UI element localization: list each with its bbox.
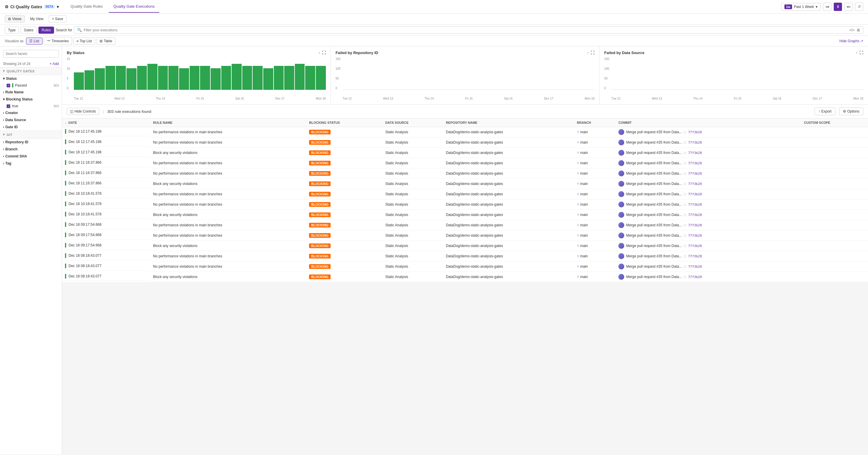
passed-checkbox[interactable]: ✓ (6, 84, 10, 87)
sidebar-item-creator[interactable]: › Creator (0, 109, 62, 116)
branch-cell: ⑂ main (577, 161, 613, 165)
quality-gates-section-header[interactable]: ▾ QUALITY GATES (0, 67, 62, 75)
commit-sha: 77f3b28 (688, 182, 702, 186)
nav-tabs: Quality Gate Rules Quality Gate Executio… (66, 1, 159, 13)
tab-quality-gate-rules[interactable]: Quality Gate Rules (66, 1, 107, 13)
col-repository-name[interactable]: REPOSITORY NAME (443, 119, 574, 127)
timeseries-icon: 〜 (47, 38, 51, 43)
viz-table-button[interactable]: ⊞ Table (96, 37, 116, 44)
row-status-indicator (65, 202, 66, 206)
nav-prev-button[interactable]: ⏮ (823, 3, 831, 11)
chart-expand-icon[interactable]: ⛶ (591, 51, 594, 55)
code-view-icon[interactable]: </> (849, 28, 855, 32)
col-rule-name[interactable]: RULE NAME (150, 119, 306, 127)
table-row[interactable]: Dec 18 10:18:41.578 No performance viola… (62, 189, 868, 200)
nav-refresh-button[interactable]: ↺ (855, 3, 863, 11)
cell-data-source: Static Analysis (382, 231, 443, 241)
cell-data-source: Static Analysis (382, 158, 443, 169)
cell-date: Dec 18 11:16:37.866 (62, 158, 150, 167)
viz-list-button[interactable]: ☰ List (26, 37, 42, 44)
col-branch[interactable]: BRANCH (574, 119, 616, 127)
expand-icon[interactable]: ⊞ (857, 28, 860, 32)
cell-date: Dec 18 12:17:45.198 (62, 127, 150, 136)
cell-date: Dec 18 08:18:43.077 (62, 262, 150, 271)
table-row[interactable]: Dec 18 12:17:45.198 No performance viola… (62, 127, 868, 138)
cell-custom-scope (801, 262, 868, 272)
table-row[interactable]: Dec 18 10:18:41.578 No performance viola… (62, 200, 868, 210)
table-row[interactable]: Dec 18 12:17:45.198 No performance viola… (62, 138, 868, 148)
cell-custom-scope (801, 169, 868, 179)
table-row[interactable]: Dec 18 08:18:43.077 No performance viola… (62, 262, 868, 272)
chart-expand-icon[interactable]: ⛶ (322, 51, 326, 55)
table-row[interactable]: Dec 18 11:16:37.866 No performance viola… (62, 169, 868, 179)
type-filter-button[interactable]: Type (5, 27, 19, 34)
sidebar-item-blocking-status[interactable]: ▾ Blocking Status (0, 96, 62, 103)
cell-date: Dec 18 09:17:54.668 (62, 220, 150, 229)
options-button[interactable]: ⚙ Options (839, 108, 863, 115)
table-row[interactable]: Dec 18 11:16:37.866 Block any security v… (62, 179, 868, 189)
cell-blocking-status: BLOCKING (306, 231, 382, 241)
gates-filter-button[interactable]: Gates (21, 27, 37, 34)
cell-blocking-status: BLOCKING (306, 158, 382, 169)
table-body: Dec 18 12:17:45.198 No performance viola… (62, 127, 868, 282)
col-data-source[interactable]: DATA SOURCE (382, 119, 443, 127)
hide-graphs-button[interactable]: Hide Graphs ↗ (839, 39, 863, 43)
table-row[interactable]: Dec 18 09:17:54.668 No performance viola… (62, 220, 868, 231)
cell-commit: Merge pull request #35 from Data... ⬡ 77… (615, 189, 801, 200)
cell-rule-name: No performance violations in main branch… (150, 251, 306, 262)
nav-next-button[interactable]: ⏭ (844, 3, 852, 11)
app-title-text: CI Quality Gates (10, 4, 42, 9)
save-button[interactable]: + Save (49, 16, 66, 23)
chart-share-icon[interactable]: ↑ (856, 51, 858, 55)
col-custom-scope[interactable]: CUSTOM SCOPE (801, 119, 868, 127)
sidebar-item-tag[interactable]: › Tag (0, 160, 62, 167)
sidebar-add-button[interactable]: + Add (50, 62, 59, 66)
cell-date: Dec 18 10:18:41.578 (62, 189, 150, 198)
col-date[interactable]: ↓ DATE (62, 119, 150, 127)
table-row[interactable]: Dec 18 10:18:41.578 Block any security v… (62, 210, 868, 220)
git-section-header[interactable]: ▾ GIT (0, 130, 62, 139)
branch-icon: ⑂ (577, 244, 579, 248)
chart-share-icon[interactable]: ↑ (587, 51, 589, 55)
app-title-chevron[interactable]: ▾ (57, 4, 59, 9)
table-row[interactable]: Dec 18 09:17:54.668 Block any security v… (62, 241, 868, 251)
sidebar-item-branch[interactable]: › Branch (0, 146, 62, 153)
sidebar-item-repository-id[interactable]: › Repository ID (0, 139, 62, 146)
views-button[interactable]: ⊞ Views (5, 16, 25, 23)
tab-quality-gate-executions[interactable]: Quality Gate Executions (109, 1, 159, 13)
branch-cell: ⑂ main (577, 202, 613, 207)
blocking-badge: BLOCKING (309, 223, 331, 228)
sidebar-item-status[interactable]: ▾ Status (0, 75, 62, 82)
sidebar-item-rule-name[interactable]: › Rule Name (0, 89, 62, 96)
col-blocking-status[interactable]: BLOCKING STATUS (306, 119, 382, 127)
sidebar-item-commit-sha[interactable]: › Commit SHA (0, 153, 62, 160)
table-row[interactable]: Dec 18 11:16:37.866 No performance viola… (62, 158, 868, 169)
my-view-button[interactable]: My View (27, 16, 46, 22)
table-row[interactable]: Dec 18 09:17:54.668 No performance viola… (62, 231, 868, 241)
commit-sha: 77f3b28 (688, 223, 702, 227)
export-button[interactable]: ↑ Export (814, 108, 836, 115)
viz-timeseries-button[interactable]: 〜 Timeseries (44, 37, 72, 45)
chart-expand-icon[interactable]: ⛶ (860, 51, 863, 55)
commit-text: Merge pull request #35 from Data... (626, 140, 682, 145)
chart-share-icon[interactable]: ↑ (318, 51, 320, 55)
chart-by-status-area: 15 10 5 0 (67, 57, 326, 96)
hide-controls-button[interactable]: ◫ Hide Controls (67, 108, 99, 115)
viz-toplist-button[interactable]: ≡ Top List (73, 37, 95, 44)
sidebar-blocking-true[interactable]: ✓ true 303 (0, 103, 62, 109)
sidebar-item-gate-id[interactable]: › Gate ID (0, 123, 62, 130)
time-selector[interactable]: 1w Past 1 Week ▾ (781, 3, 821, 11)
table-row[interactable]: Dec 18 08:18:43.077 Block any security v… (62, 272, 868, 282)
table-row[interactable]: Dec 18 08:18:43.077 No performance viola… (62, 251, 868, 262)
cell-date: Dec 18 12:17:45.198 (62, 138, 150, 147)
blocking-true-checkbox[interactable]: ✓ (6, 104, 10, 108)
nav-pause-button[interactable]: ⏸ (834, 3, 842, 11)
facets-search-input[interactable] (3, 50, 59, 58)
col-commit[interactable]: COMMIT (615, 119, 801, 127)
sidebar-item-data-source[interactable]: › Data Source (0, 116, 62, 123)
table-row[interactable]: Dec 18 12:17:45.198 Block any security v… (62, 148, 868, 158)
search-input[interactable] (84, 28, 849, 32)
sidebar-status-passed[interactable]: ✓ Passed 303 (0, 82, 62, 89)
cell-commit: Merge pull request #35 from Data... ⬡ 77… (615, 179, 801, 189)
rules-filter-button[interactable]: Rules (38, 27, 54, 34)
